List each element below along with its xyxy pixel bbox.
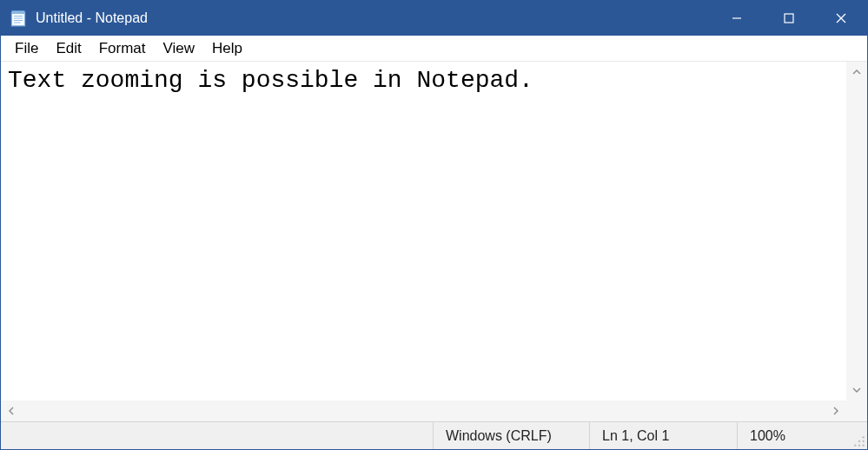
- close-button[interactable]: [815, 1, 867, 36]
- minimize-button[interactable]: [711, 1, 763, 36]
- svg-point-10: [863, 436, 865, 438]
- scroll-left-icon[interactable]: [1, 400, 22, 421]
- menu-edit[interactable]: Edit: [47, 38, 89, 59]
- window-controls: [711, 1, 867, 36]
- titlebar[interactable]: Untitled - Notepad: [1, 1, 867, 36]
- scroll-right-icon[interactable]: [825, 400, 846, 421]
- statusbar: Windows (CRLF) Ln 1, Col 1 100%: [1, 421, 867, 449]
- notepad-app-icon: [10, 10, 27, 27]
- resize-grip-icon[interactable]: [850, 422, 867, 449]
- menu-format[interactable]: Format: [90, 38, 155, 59]
- svg-point-14: [858, 445, 860, 447]
- menubar: File Edit Format View Help: [1, 36, 867, 62]
- text-editor[interactable]: Text zooming is possible in Notepad.: [1, 62, 846, 400]
- horizontal-scrollbar[interactable]: [1, 400, 846, 421]
- svg-point-13: [863, 445, 865, 447]
- editor-area: Text zooming is possible in Notepad.: [1, 62, 867, 421]
- scroll-down-icon[interactable]: [846, 380, 867, 400]
- status-spacer: [1, 422, 433, 449]
- status-zoom-level: 100%: [737, 422, 850, 449]
- scroll-up-icon[interactable]: [846, 62, 867, 83]
- window-title: Untitled - Notepad: [36, 10, 148, 26]
- vertical-scrollbar[interactable]: [846, 62, 867, 400]
- menu-help[interactable]: Help: [203, 38, 251, 59]
- scroll-corner: [846, 400, 867, 421]
- svg-rect-0: [12, 13, 25, 26]
- svg-rect-7: [785, 14, 793, 23]
- menu-view[interactable]: View: [155, 38, 204, 59]
- svg-point-12: [858, 440, 860, 442]
- status-line-ending: Windows (CRLF): [433, 422, 589, 449]
- menu-file[interactable]: File: [6, 38, 47, 59]
- svg-point-11: [863, 440, 865, 442]
- maximize-button[interactable]: [763, 1, 815, 36]
- status-cursor-position: Ln 1, Col 1: [589, 422, 737, 449]
- svg-point-15: [854, 445, 856, 447]
- svg-rect-1: [12, 10, 25, 14]
